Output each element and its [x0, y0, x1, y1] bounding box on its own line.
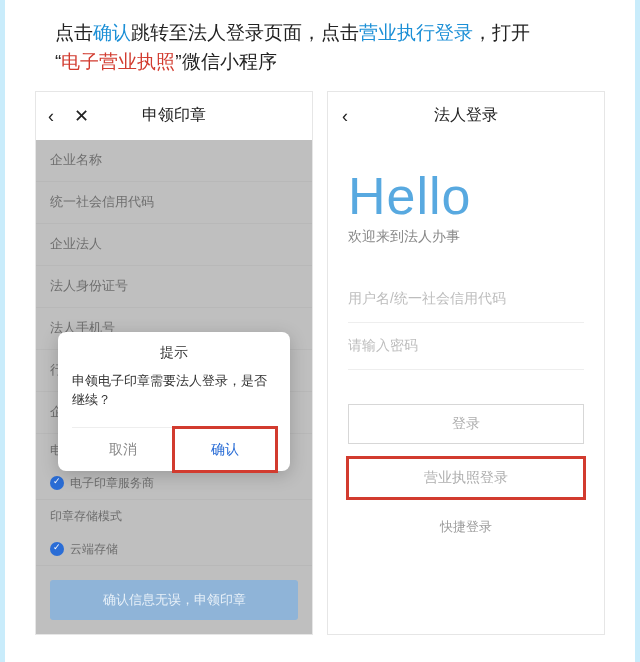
- header: ‹ ✕ 申领印章: [36, 92, 312, 140]
- header: ‹ 法人登录: [328, 92, 604, 140]
- highlight-box: [172, 426, 278, 473]
- field-id-number[interactable]: 法人身份证号: [36, 266, 312, 308]
- radio-cloud-storage[interactable]: 云端存储: [36, 534, 312, 566]
- submit-button[interactable]: 确认信息无误，申领印章: [50, 580, 298, 620]
- cancel-button[interactable]: 取消: [72, 428, 174, 471]
- field-legal-person[interactable]: 企业法人: [36, 224, 312, 266]
- screenshot-apply-seal: ‹ ✕ 申领印章 企业名称 统一社会信用代码 企业法人 法人身份证号 法人手机号…: [35, 91, 313, 635]
- back-icon[interactable]: ‹: [48, 105, 54, 126]
- close-icon[interactable]: ✕: [74, 105, 89, 127]
- section-storage: 印章存储模式: [36, 500, 312, 534]
- welcome-text: 欢迎来到法人办事: [348, 228, 584, 246]
- field-uscc[interactable]: 统一社会信用代码: [36, 182, 312, 224]
- license-login-button[interactable]: 营业执照登录: [348, 458, 584, 498]
- highlight-box: [346, 456, 586, 500]
- radio-checked-icon: [50, 476, 64, 490]
- username-input[interactable]: 用户名/统一社会信用代码: [348, 276, 584, 323]
- dialog-title: 提示: [72, 344, 276, 372]
- password-input[interactable]: 请输入密码: [348, 323, 584, 370]
- dialog-body: 申领电子印章需要法人登录，是否继续？: [72, 372, 276, 428]
- back-icon[interactable]: ‹: [342, 105, 348, 126]
- screenshot-legal-login: ‹ 法人登录 Hello 欢迎来到法人办事 用户名/统一社会信用代码 请输入密码…: [327, 91, 605, 635]
- instructions: 点击确认跳转至法人登录页面，点击营业执行登录，打开 “电子营业执照”微信小程序: [5, 0, 635, 91]
- quick-login-button[interactable]: 快捷登录: [348, 518, 584, 536]
- confirm-dialog: 提示 申领电子印章需要法人登录，是否继续？ 取消 确认: [58, 332, 290, 472]
- page-title: 法人登录: [434, 105, 498, 126]
- login-button[interactable]: 登录: [348, 404, 584, 444]
- hello-heading: Hello: [348, 166, 584, 226]
- page-title: 申领印章: [142, 105, 206, 126]
- confirm-button[interactable]: 确认: [174, 428, 276, 471]
- radio-checked-icon: [50, 542, 64, 556]
- field-company-name[interactable]: 企业名称: [36, 140, 312, 182]
